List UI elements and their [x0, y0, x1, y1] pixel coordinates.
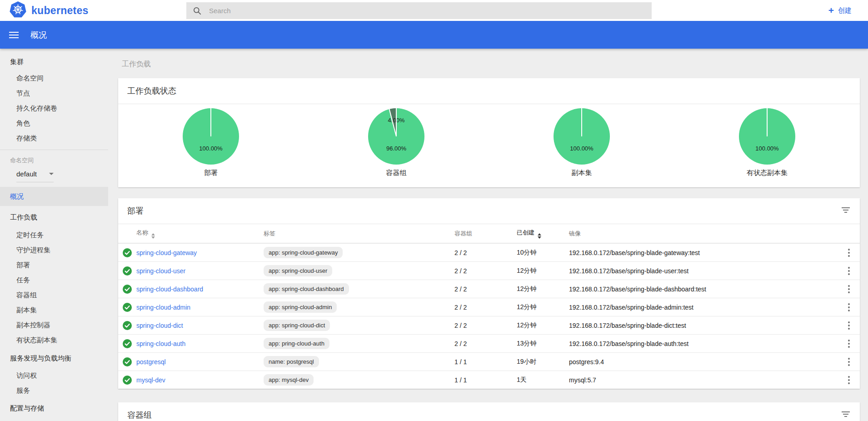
table-row: spring-cloud-user app: spring-cloud-user…	[118, 261, 860, 280]
deployment-name-link[interactable]: mysql-dev	[136, 376, 165, 384]
main-content: 工作负载 工作负载状态 100.00% 部署 4.00% 96.00%	[108, 49, 868, 421]
created-cell: 19小时	[517, 358, 569, 366]
images-cell: 192.168.0.172/base/spring-blade-user:tes…	[569, 267, 838, 275]
status-ok-icon	[123, 321, 132, 330]
deployment-name-link[interactable]: postgresql	[136, 358, 166, 366]
pie-title: 副本集	[572, 169, 592, 177]
sidebar-item-replica-sets[interactable]: 副本集	[0, 303, 108, 318]
kebab-menu-icon[interactable]	[838, 303, 860, 311]
sidebar-item-deployments[interactable]: 部署	[0, 258, 108, 273]
column-header-labels: 标签	[264, 230, 454, 238]
kebab-menu-icon[interactable]	[838, 285, 860, 293]
label-chip: app: spring-cloud-dashboard	[264, 283, 349, 295]
images-cell: 192.168.0.172/base/spring-blade-gateway:…	[569, 249, 838, 256]
label-chip: app: spring-cloud-dict	[264, 320, 330, 331]
table-header-row: 名称 标签 容器组 已创建 镜像	[118, 224, 860, 243]
label-chip: app: mysql-dev	[264, 374, 314, 386]
status-ok-icon	[123, 266, 132, 276]
deployment-name-link[interactable]: spring-cloud-dict	[136, 322, 183, 329]
sidebar-item-cron-jobs[interactable]: 定时任务	[0, 228, 108, 243]
kebab-menu-icon[interactable]	[838, 376, 860, 384]
status-ok-icon	[123, 303, 132, 312]
pie-percent-label: 100.00%	[183, 145, 239, 152]
sidebar-item-jobs[interactable]: 任务	[0, 273, 108, 288]
pods-cell: 2 / 2	[454, 304, 517, 311]
pods-cell: 1 / 1	[454, 376, 517, 384]
sidebar-item-nodes[interactable]: 节点	[0, 86, 108, 101]
sidebar-section-config-storage[interactable]: 配置与存储	[0, 401, 108, 416]
search-icon	[193, 7, 201, 15]
column-header-name[interactable]: 名称	[136, 229, 264, 239]
sidebar-item-replication-controllers[interactable]: 副本控制器	[0, 318, 108, 333]
sidebar-section-workloads[interactable]: 工作负载	[0, 210, 108, 225]
status-ok-icon	[123, 248, 132, 257]
logo-text: kubernetes	[31, 5, 89, 17]
pods-cell: 2 / 2	[454, 340, 517, 347]
deployment-name-link[interactable]: spring-cloud-gateway	[136, 249, 197, 256]
pie-percent-label: 100.00%	[739, 145, 795, 152]
status-ok-icon	[123, 339, 132, 348]
status-ok-icon	[123, 376, 132, 385]
column-header-pods: 容器组	[454, 230, 517, 238]
sidebar-item-services[interactable]: 服务	[0, 383, 108, 398]
create-button[interactable]: + 创建	[828, 0, 852, 21]
column-header-created[interactable]: 已创建	[517, 229, 569, 239]
kebab-menu-icon[interactable]	[838, 321, 860, 330]
deployment-name-link[interactable]: spring-cloud-admin	[136, 304, 190, 311]
table-row: spring-cloud-dict app: spring-cloud-dict…	[118, 316, 860, 334]
sidebar-item-stateful-sets[interactable]: 有状态副本集	[0, 333, 108, 348]
sidebar-item-pods[interactable]: 容器组	[0, 288, 108, 303]
namespace-select[interactable]: default	[16, 170, 54, 182]
sidebar-item-roles[interactable]: 角色	[0, 116, 108, 131]
sidebar-item-daemon-sets[interactable]: 守护进程集	[0, 243, 108, 258]
search-input[interactable]	[209, 7, 618, 15]
filter-icon[interactable]	[842, 207, 850, 213]
sidebar-section-discovery[interactable]: 服务发现与负载均衡	[0, 351, 108, 366]
menu-hamburger-icon[interactable]	[9, 32, 19, 38]
sidebar-item-namespaces[interactable]: 命名空间	[0, 71, 108, 86]
images-cell: 192.168.0.172/base/spring-blade-admin:te…	[569, 304, 838, 311]
workload-status-card-title: 工作负载状态	[118, 78, 860, 104]
sidebar-section-cluster[interactable]: 集群	[0, 55, 108, 70]
deployments-card: 部署 名称 标签 容器组 已创建 镜像 spring-cloud-gateway…	[118, 198, 860, 389]
kebab-menu-icon[interactable]	[838, 249, 860, 257]
created-cell: 1天	[517, 376, 569, 384]
status-ok-icon	[123, 285, 132, 294]
table-row: mysql-dev app: mysql-dev 1 / 1 1天 mysql:…	[118, 371, 860, 389]
sidebar-item-ingresses[interactable]: 访问权	[0, 368, 108, 383]
label-chip: name: postgresql	[264, 356, 319, 367]
pods-cell: 2 / 2	[454, 249, 517, 256]
filter-icon[interactable]	[842, 411, 850, 417]
images-cell: mysql:5.7	[569, 376, 838, 384]
kubernetes-logo[interactable]: kubernetes	[0, 1, 89, 20]
images-cell: 192.168.0.172/base/spring-blade-dashboar…	[569, 286, 838, 293]
kebab-menu-icon[interactable]	[838, 340, 860, 348]
namespace-label: 命名空间	[10, 156, 98, 165]
pie-title: 部署	[204, 169, 218, 177]
sidebar-divider	[0, 150, 108, 150]
sidebar-item-storage-classes[interactable]: 存储类	[0, 131, 108, 146]
label-chip: app: spring-cloud-admin	[264, 301, 337, 313]
navbar: 概况	[0, 21, 868, 49]
create-button-label: 创建	[838, 6, 852, 15]
kebab-menu-icon[interactable]	[838, 358, 860, 366]
pie-chart-stateful-sets: 100.00% 有状态副本集	[674, 108, 860, 177]
sidebar-item-config-maps[interactable]: 配置字典	[0, 418, 108, 421]
deployment-name-link[interactable]: spring-cloud-auth	[136, 340, 185, 347]
namespace-select-value: default	[16, 170, 37, 178]
plus-icon: +	[828, 5, 834, 15]
deployment-name-link[interactable]: spring-cloud-user	[136, 267, 185, 275]
kebab-menu-icon[interactable]	[838, 267, 860, 275]
pods-cell: 2 / 2	[454, 286, 517, 293]
sidebar-item-persistent-volumes[interactable]: 持久化存储卷	[0, 101, 108, 116]
table-row: spring-cloud-admin app: spring-cloud-adm…	[118, 298, 860, 316]
sidebar: 集群 命名空间 节点 持久化存储卷 角色 存储类 命名空间 default 概况…	[0, 49, 108, 421]
deployment-name-link[interactable]: spring-cloud-dashboard	[136, 286, 203, 293]
images-cell: 192.168.0.172/base/spring-blade-auth:tes…	[569, 340, 838, 347]
created-cell: 10分钟	[517, 249, 569, 257]
created-cell: 12分钟	[517, 267, 569, 275]
sidebar-item-overview[interactable]: 概况	[0, 187, 108, 206]
label-chip: app: spring-cloud-gateway	[264, 247, 343, 258]
created-cell: 13分钟	[517, 340, 569, 348]
table-row: postgresql name: postgresql 1 / 1 19小时 p…	[118, 352, 860, 371]
